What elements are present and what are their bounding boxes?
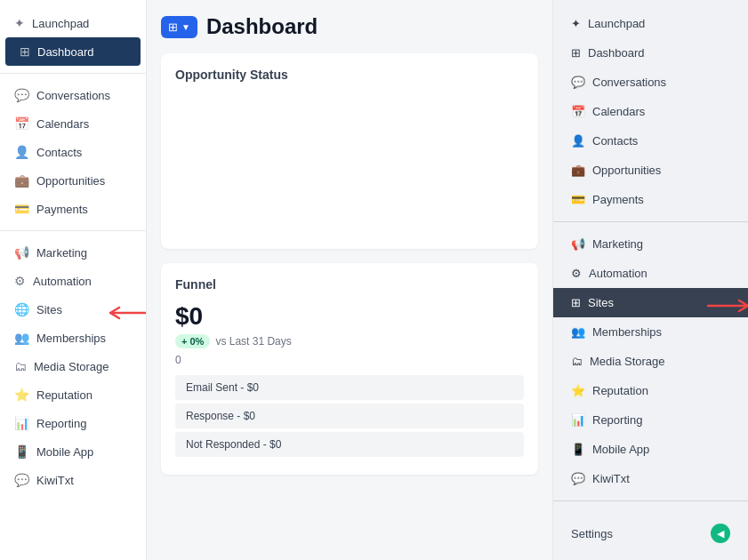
grid-icon: ⊞ bbox=[168, 20, 178, 34]
panel-mobile-app-icon: 📱 bbox=[571, 443, 585, 456]
kiwitxt-icon: 💬 bbox=[14, 473, 29, 487]
opportunity-status-title: Opportunity Status bbox=[175, 68, 524, 82]
sidebar-item-kiwitxt[interactable]: 💬 KiwiTxt bbox=[0, 466, 146, 494]
sidebar-item-media-storage[interactable]: 🗂 Media Storage bbox=[0, 352, 146, 380]
sidebar-label-launchpad: Launchpad bbox=[32, 17, 89, 30]
sidebar-item-opportunities[interactable]: 💼 Opportunities bbox=[0, 166, 146, 195]
contacts-icon: 👤 bbox=[14, 145, 29, 159]
page-title: Dashboard bbox=[206, 14, 318, 39]
panel-item-marketing[interactable]: 📢 Marketing bbox=[553, 229, 748, 259]
sidebar-item-marketing[interactable]: 📢 Marketing bbox=[0, 238, 146, 267]
mobile-app-icon: 📱 bbox=[14, 444, 29, 459]
sidebar-divider-1 bbox=[0, 73, 146, 74]
panel-item-calendars[interactable]: 📅 Calendars bbox=[553, 97, 748, 126]
panel-item-kiwitxt[interactable]: 💬 KiwiTxt bbox=[553, 464, 748, 493]
sidebar-item-conversations[interactable]: 💬 Conversations bbox=[0, 81, 146, 109]
sidebar-divider-2 bbox=[0, 230, 146, 231]
dashboard-toggle-button[interactable]: ⊞ ▼ bbox=[161, 16, 197, 38]
panel-kiwitxt-icon: 💬 bbox=[571, 472, 585, 485]
funnel-badge: + 0% bbox=[175, 334, 210, 348]
panel-label-mobile-app: Mobile App bbox=[592, 443, 649, 456]
automation-icon: ⚙ bbox=[14, 274, 26, 288]
panel-item-media-storage[interactable]: 🗂 Media Storage bbox=[553, 347, 748, 376]
panel-label-payments: Payments bbox=[592, 193, 644, 206]
panel-label-reporting: Reporting bbox=[592, 413, 642, 427]
panel-dashboard-icon: ⊞ bbox=[571, 46, 581, 60]
panel-label-marketing: Marketing bbox=[592, 237, 643, 251]
funnel-row-not-responded: Not Responded - $0 bbox=[175, 432, 524, 457]
panel-label-contacts: Contacts bbox=[592, 134, 638, 148]
sidebar-item-contacts[interactable]: 👤 Contacts bbox=[0, 138, 146, 166]
panel-item-memberships[interactable]: 👥 Memberships bbox=[553, 317, 748, 347]
main-content: ⊞ ▼ Dashboard Opportunity Status Funnel … bbox=[147, 0, 552, 560]
sidebar-label-payments: Payments bbox=[36, 203, 88, 216]
right-panel: ✦ Launchpad ⊞ Dashboard 💬 Conversations … bbox=[552, 0, 748, 560]
panel-label-automation: Automation bbox=[589, 267, 647, 280]
sidebar-label-kiwitxt: KiwiTxt bbox=[36, 474, 74, 487]
panel-contacts-icon: 👤 bbox=[571, 134, 585, 148]
sites-icon: 🌐 bbox=[14, 302, 29, 316]
panel-item-contacts[interactable]: 👤 Contacts bbox=[553, 126, 748, 156]
panel-item-reputation[interactable]: ⭐ Reputation bbox=[553, 376, 748, 405]
page-header: ⊞ ▼ Dashboard bbox=[161, 14, 538, 39]
sidebar-label-dashboard: Dashboard bbox=[37, 45, 94, 59]
sidebar-label-automation: Automation bbox=[33, 275, 92, 288]
funnel-zero: 0 bbox=[175, 354, 524, 366]
panel-reporting-icon: 📊 bbox=[571, 413, 585, 427]
memberships-icon: 👥 bbox=[14, 331, 29, 345]
sidebar-item-automation[interactable]: ⚙ Automation bbox=[0, 267, 146, 295]
panel-opportunities-icon: 💼 bbox=[571, 164, 585, 177]
sidebar-label-opportunities: Opportunities bbox=[36, 174, 105, 188]
panel-memberships-icon: 👥 bbox=[571, 325, 585, 339]
conversations-icon: 💬 bbox=[14, 88, 29, 102]
panel-item-reporting[interactable]: 📊 Reporting bbox=[553, 405, 748, 435]
sidebar-item-mobile-app[interactable]: 📱 Mobile App bbox=[0, 437, 146, 466]
opportunities-icon: 💼 bbox=[14, 173, 29, 188]
panel-item-launchpad[interactable]: ✦ Launchpad bbox=[553, 9, 748, 38]
panel-label-launchpad: Launchpad bbox=[588, 17, 645, 30]
sidebar-item-reputation[interactable]: ⭐ Reputation bbox=[0, 380, 146, 409]
panel-item-conversations[interactable]: 💬 Conversations bbox=[553, 68, 748, 97]
panel-item-dashboard[interactable]: ⊞ Dashboard bbox=[553, 38, 748, 68]
sidebar-label-conversations: Conversations bbox=[36, 89, 110, 102]
funnel-card: Funnel $0 + 0% vs Last 31 Days 0 Email S… bbox=[161, 263, 538, 475]
panel-payments-icon: 💳 bbox=[571, 193, 585, 206]
chevron-down-icon: ▼ bbox=[181, 22, 190, 32]
sidebar-item-dashboard[interactable]: ⊞ Dashboard bbox=[5, 37, 141, 66]
panel-item-mobile-app[interactable]: 📱 Mobile App bbox=[553, 435, 748, 464]
payments-icon: 💳 bbox=[14, 202, 29, 216]
funnel-row-email-sent: Email Sent - $0 bbox=[175, 375, 524, 400]
panel-marketing-icon: 📢 bbox=[571, 237, 585, 251]
launchpad-icon: ✦ bbox=[14, 16, 25, 30]
panel-item-opportunities[interactable]: 💼 Opportunities bbox=[553, 156, 748, 185]
reputation-icon: ⭐ bbox=[14, 388, 29, 402]
panel-label-conversations: Conversations bbox=[592, 76, 666, 89]
panel-label-opportunities: Opportunities bbox=[592, 164, 661, 177]
opportunity-status-content bbox=[175, 92, 524, 235]
sidebar-item-memberships[interactable]: 👥 Memberships bbox=[0, 324, 146, 352]
panel-item-payments[interactable]: 💳 Payments bbox=[553, 185, 748, 214]
funnel-row-response: Response - $0 bbox=[175, 404, 524, 428]
opportunity-status-card: Opportunity Status bbox=[161, 53, 538, 249]
right-panel-divider-1 bbox=[553, 221, 748, 222]
reporting-icon: 📊 bbox=[14, 416, 29, 430]
sidebar-item-calendars[interactable]: 📅 Calendars bbox=[0, 109, 146, 138]
funnel-amount: $0 bbox=[175, 302, 524, 331]
sidebar-item-launchpad[interactable]: ✦ Launchpad bbox=[0, 9, 146, 37]
sidebar-label-mobile-app: Mobile App bbox=[36, 445, 93, 459]
sidebar-item-reporting[interactable]: 📊 Reporting bbox=[0, 409, 146, 437]
panel-conversations-icon: 💬 bbox=[571, 76, 585, 89]
panel-label-reputation: Reputation bbox=[592, 384, 648, 397]
panel-automation-icon: ⚙ bbox=[571, 267, 582, 280]
panel-item-automation[interactable]: ⚙ Automation bbox=[553, 259, 748, 288]
panel-label-dashboard: Dashboard bbox=[588, 46, 645, 60]
dashboard-icon: ⊞ bbox=[20, 44, 30, 59]
marketing-icon: 📢 bbox=[14, 245, 29, 260]
right-panel-divider-2 bbox=[553, 500, 748, 501]
panel-item-settings[interactable]: Settings ◀ bbox=[553, 516, 748, 551]
panel-launchpad-icon: ✦ bbox=[571, 17, 581, 30]
sidebar-item-payments[interactable]: 💳 Payments bbox=[0, 195, 146, 223]
panel-label-calendars: Calendars bbox=[592, 105, 645, 118]
red-arrow-sites-right bbox=[704, 295, 748, 316]
panel-label-media-storage: Media Storage bbox=[590, 355, 665, 368]
